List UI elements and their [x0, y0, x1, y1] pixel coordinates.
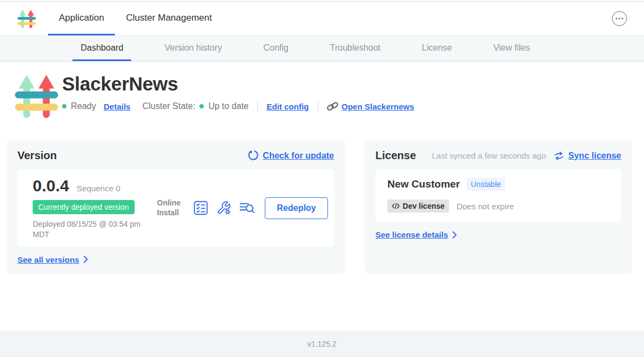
subnav-config-label: Config	[263, 43, 288, 53]
edit-config-icon-button[interactable]	[216, 201, 231, 215]
cluster-state-label: Cluster State:	[142, 101, 195, 111]
version-card-title: Version	[17, 149, 57, 162]
channel-badge: Unstable	[466, 178, 505, 191]
slackernews-logo-icon	[16, 7, 37, 30]
app-status-row: Ready Details Cluster State: Up to date …	[62, 101, 414, 112]
dashboard-cards: Version Check for update 0.0.4 Sequ	[0, 121, 644, 274]
divider	[318, 101, 318, 112]
checklist-icon	[193, 201, 208, 215]
status-details-link[interactable]: Details	[104, 102, 130, 111]
app-subnav: Dashboard Version history Config Trouble…	[0, 36, 644, 62]
license-type-badge: Dev license	[387, 199, 449, 213]
tab-application-label: Application	[59, 13, 104, 23]
app-heading-section: SlackerNews Ready Details Cluster State:…	[0, 62, 644, 121]
version-sequence: Sequence 0	[77, 184, 120, 193]
subnav-license-label: License	[422, 43, 452, 53]
slackernews-app-logo-icon	[12, 70, 61, 121]
version-card: Version Check for update 0.0.4 Sequ	[7, 140, 345, 274]
ellipsis-circle-icon	[611, 10, 628, 27]
primary-app-bar: Application Cluster Management	[0, 2, 644, 36]
admin-console-page: Application Cluster Management Dashboard…	[0, 0, 644, 357]
sync-arrows-icon	[554, 151, 564, 161]
check-for-update-link[interactable]: Check for update	[263, 151, 334, 161]
currently-deployed-badge: Currently deployed version	[33, 200, 135, 214]
redeploy-button[interactable]: Redeploy	[265, 197, 328, 219]
chevron-right-icon	[83, 256, 88, 263]
open-app-link[interactable]: Open Slackernews	[342, 102, 414, 111]
see-all-versions-link[interactable]: See all versions	[17, 255, 79, 264]
tab-cluster-management[interactable]: Cluster Management	[115, 2, 223, 35]
chain-link-icon	[327, 101, 338, 111]
subnav-dashboard-label: Dashboard	[81, 43, 123, 53]
license-card-title: License	[375, 149, 416, 162]
app-status-text: Ready	[71, 101, 96, 111]
license-details-panel: New Customer Unstable Dev license	[375, 170, 621, 222]
subnav-item-license[interactable]: License	[414, 36, 460, 61]
subnav-troubleshoot-label: Troubleshoot	[330, 43, 380, 53]
subnav-item-troubleshoot[interactable]: Troubleshoot	[321, 36, 388, 61]
app-ready-dot	[62, 104, 66, 108]
edit-config-link[interactable]: Edit config	[266, 102, 309, 111]
view-diff-button[interactable]	[239, 201, 256, 215]
sync-license-link[interactable]: Sync license	[568, 151, 621, 161]
license-type-badge-label: Dev license	[403, 202, 445, 210]
divider	[257, 101, 258, 112]
subnav-item-config[interactable]: Config	[255, 36, 296, 61]
subnav-view-files-label: View files	[493, 43, 530, 53]
console-version: v1.125.2	[307, 340, 337, 348]
license-card-header: License Last synced a few seconds ago Sy…	[375, 149, 621, 162]
tab-cluster-management-label: Cluster Management	[126, 13, 212, 23]
refresh-icon	[247, 150, 258, 161]
console-footer: v1.125.2	[0, 331, 644, 357]
tab-application[interactable]: Application	[48, 2, 115, 35]
code-brackets-icon	[392, 203, 400, 209]
subnav-item-dashboard[interactable]: Dashboard	[72, 36, 131, 61]
wrench-gear-icon	[216, 201, 231, 215]
license-card: License Last synced a few seconds ago Sy…	[364, 140, 632, 274]
subnav-item-version-history[interactable]: Version history	[156, 36, 230, 61]
lines-magnifier-icon	[239, 201, 256, 215]
cluster-state-dot	[199, 104, 204, 108]
subnav-item-view-files[interactable]: View files	[485, 36, 538, 61]
overflow-menu-button[interactable]	[611, 10, 628, 27]
license-last-synced: Last synced a few seconds ago	[432, 151, 546, 160]
license-expiration: Does not expire	[457, 202, 514, 211]
version-card-header: Version Check for update	[17, 149, 334, 162]
current-version-panel: 0.0.4 Sequence 0 Currently deployed vers…	[17, 170, 334, 247]
subnav-version-history-label: Version history	[165, 43, 222, 53]
cluster-state-value: Up to date	[208, 101, 248, 111]
page-title: SlackerNews	[62, 73, 414, 95]
preflight-checks-button[interactable]	[193, 201, 208, 215]
primary-nav: Application Cluster Management	[48, 2, 223, 35]
chevron-right-icon	[452, 231, 457, 239]
customer-name: New Customer	[387, 178, 460, 190]
see-license-details-link[interactable]: See license details	[375, 230, 448, 239]
install-type-label: Online Install	[157, 198, 185, 217]
version-number: 0.0.4	[33, 177, 69, 195]
deployed-timestamp: Deployed 08/15/25 @ 03:54 pm MDT	[33, 219, 150, 240]
